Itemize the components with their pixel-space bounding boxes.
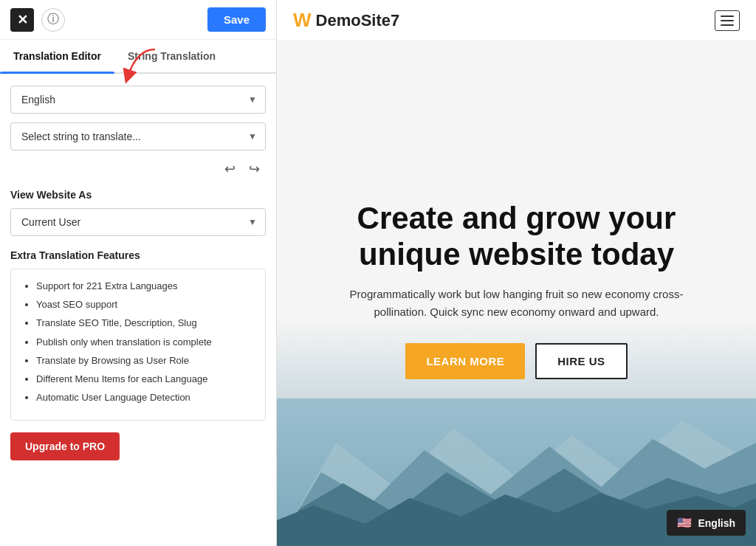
close-button[interactable]: ✕ (10, 8, 34, 32)
features-list: Support for 221 Extra Languages Yoast SE… (23, 280, 253, 404)
hamburger-button[interactable] (715, 10, 740, 31)
upgrade-button[interactable]: Upgrade to PRO (10, 432, 120, 460)
site-logo: W DemoSite7 (293, 9, 399, 32)
list-item: Translate SEO Title, Description, Slug (36, 317, 253, 330)
list-item: Publish only when translation is complet… (36, 336, 253, 349)
tabs-bar: Translation Editor String Translation (0, 40, 276, 74)
hamburger-line-icon (721, 15, 734, 17)
save-button[interactable]: Save (207, 7, 266, 32)
hero-buttons: LEARN MORE HIRE US (405, 343, 627, 379)
right-panel: W DemoSite7 Create and grow your unique … (277, 0, 756, 546)
hero-section: Create and grow your unique website toda… (277, 41, 756, 546)
site-header: W DemoSite7 (277, 0, 756, 41)
redo-button[interactable]: ↪ (246, 159, 263, 179)
language-dropdown[interactable]: English Spanish French German (10, 86, 266, 114)
list-item: Translate by Browsing as User Role (36, 354, 253, 367)
undo-redo-row: ↩ ↪ (10, 159, 266, 179)
list-item: Yoast SEO support (36, 298, 253, 311)
list-item: Support for 221 Extra Languages (36, 280, 253, 293)
hire-us-button[interactable]: HIRE US (535, 343, 627, 379)
tab-translation-editor[interactable]: Translation Editor (0, 40, 114, 72)
features-box: Support for 221 Extra Languages Yoast SE… (10, 269, 266, 421)
list-item: Different Menu Items for each Language (36, 373, 253, 386)
info-button[interactable]: ⓘ (41, 8, 65, 32)
language-dropdown-wrap: English Spanish French German ▼ (10, 86, 266, 114)
extra-features-section: Extra Translation Features Support for 2… (10, 249, 266, 460)
hero-description: Programmatically work but low hanging fr… (347, 286, 687, 321)
string-dropdown[interactable]: Select string to translate... (10, 122, 266, 151)
learn-more-button[interactable]: LEARN MORE (405, 343, 525, 379)
panel-header: ✕ ⓘ Save (0, 0, 276, 40)
info-icon: ⓘ (47, 12, 59, 27)
flag-icon: 🇺🇸 (677, 516, 692, 530)
language-badge: 🇺🇸 English (667, 510, 746, 536)
undo-button[interactable]: ↩ (221, 159, 238, 179)
hamburger-line-icon (721, 24, 734, 26)
list-item: Automatic User Language Detection (36, 391, 253, 404)
extra-features-title: Extra Translation Features (10, 249, 266, 261)
view-as-dropdown[interactable]: Current User Guest Administrator (10, 208, 266, 236)
string-dropdown-wrap: Select string to translate... ▼ (10, 122, 266, 151)
logo-w-icon: W (293, 9, 312, 32)
tab-string-translation[interactable]: String Translation (114, 40, 229, 72)
view-as-dropdown-wrap: Current User Guest Administrator ▼ (10, 208, 266, 236)
hero-title: Create and grow your unique website toda… (325, 201, 709, 272)
view-website-as-label: View Website As (10, 189, 266, 201)
left-panel: ✕ ⓘ Save Translation Editor String Trans… (0, 0, 277, 546)
site-title: DemoSite7 (316, 11, 400, 30)
language-badge-label: English (698, 517, 735, 529)
panel-body: English Spanish French German ▼ Select s… (0, 74, 276, 546)
hamburger-line-icon (721, 20, 734, 21)
